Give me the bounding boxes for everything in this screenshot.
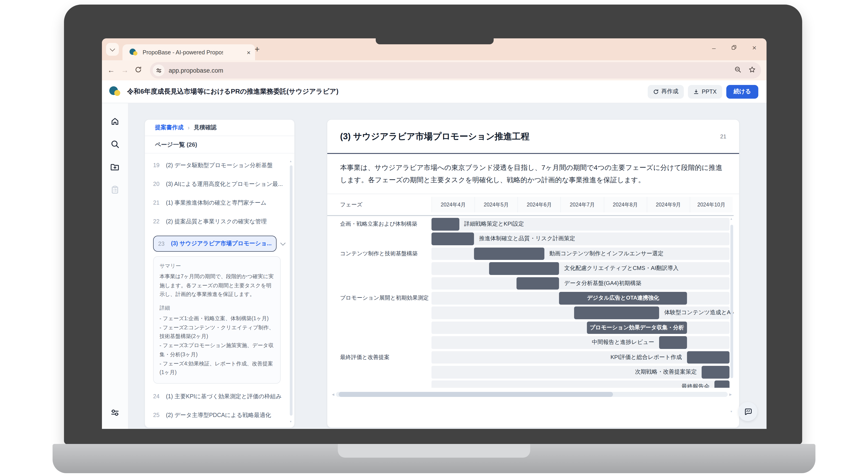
gantt-phase-label: コンテンツ制作と技術基盤構築 (340, 247, 430, 260)
rail-new-folder-button[interactable] (111, 163, 119, 173)
page-item-number: 21 (153, 200, 161, 206)
gantt-bar (702, 366, 730, 378)
scroll-left-icon[interactable]: ◀ (332, 393, 334, 396)
gantt-bar (574, 307, 659, 319)
page-list-item-selected[interactable]: 23(3) サウジアラビア市場プロモーショ... (153, 236, 277, 252)
search-icon (111, 140, 119, 148)
page-list-item[interactable]: 24(1) 主要KPIに基づく効果測定と評価の枠組み (153, 392, 282, 401)
new-tab-button[interactable]: + (255, 44, 259, 54)
gantt-month-row: 2024年4月2024年5月2024年6月2024年7月2024年8月2024年… (432, 197, 733, 212)
page-list-item[interactable]: 23(3) サウジアラビア市場プロモーショ... (153, 236, 282, 252)
sidebar-rail (102, 103, 128, 429)
stage: PropoBase - AI-powered Propos × + – × ← … (0, 0, 868, 475)
pages-scrollbar[interactable]: ▲ ▼ (290, 160, 292, 423)
page-item-number: 20 (153, 181, 161, 187)
close-button[interactable]: × (752, 44, 756, 52)
gantt-bar: デジタル広告とOTA連携強化 (559, 292, 687, 304)
site-settings-icon[interactable] (153, 64, 164, 76)
url-bar[interactable]: app.propobase.com (150, 62, 761, 78)
gantt-task-label: 体験型コンテンツ造成とAIパー (664, 307, 734, 319)
page-item-label: (2) データ主導型PDCAによる戦略最適化 (166, 411, 271, 419)
rail-home-button[interactable] (111, 117, 119, 128)
clipboard-icon (111, 185, 119, 194)
scrollbar-thumb[interactable] (731, 225, 733, 378)
breadcrumb-step1[interactable]: 提案書作成 (155, 124, 184, 132)
bookmark-button[interactable] (749, 66, 755, 75)
minimize-button[interactable]: – (712, 44, 716, 52)
zoom-out-button[interactable] (735, 66, 741, 75)
breadcrumb: 提案書作成 › 見積確認 (145, 120, 294, 136)
page-list-item[interactable]: 20(3) AIによる運用高度化とプロモーション最... (153, 179, 282, 189)
gantt-month-label: 2024年4月 (432, 197, 474, 212)
refresh-icon (653, 89, 659, 94)
page-list-item[interactable]: 22(2) 提案品質と事業リスクの確実な管理 (153, 217, 282, 226)
window-controls: – × (712, 44, 756, 52)
chevron-down-icon[interactable] (281, 240, 285, 247)
slide-page-number: 21 (720, 133, 726, 139)
tab-search-chevron-button[interactable] (106, 43, 119, 56)
gantt-rows: 企画・戦略立案および体制構築詳細戦略策定とKPI設定推進体制確立と品質・リスク計… (327, 216, 734, 388)
rail-search-button[interactable] (111, 140, 119, 150)
gantt-row-track: プロモーション効果データ収集・分析 (432, 321, 730, 334)
page-item-number: 19 (153, 162, 161, 169)
page-item-label: (1) 事業推進体制の確立と専門家チーム (166, 199, 267, 207)
summary-detail-title: 詳細 (159, 304, 274, 313)
scroll-down-icon[interactable]: ▼ (289, 420, 292, 423)
restore-icon (731, 45, 737, 50)
rail-clipboard-button[interactable] (111, 185, 119, 196)
gantt-row-track (432, 233, 730, 245)
url-text: app.propobase.com (169, 67, 223, 74)
scroll-up-icon[interactable]: ▲ (730, 217, 733, 220)
gantt-horizontal-scrollbar[interactable]: ◀ ▶ (332, 392, 732, 397)
regenerate-button[interactable]: 再作成 (648, 85, 684, 98)
feedback-chat-button[interactable] (738, 402, 757, 421)
page-list-item[interactable]: 25(2) データ主導型PDCAによる戦略最適化 (153, 411, 282, 420)
home-icon (111, 117, 119, 126)
sliders-icon (111, 408, 119, 417)
gantt-phase-label: 最終評価と改善提案 (340, 351, 430, 364)
reload-button[interactable] (135, 66, 142, 75)
hscroll-track[interactable] (336, 392, 727, 397)
tune-icon (156, 67, 162, 73)
gantt-vertical-scrollbar[interactable]: ▲ ▼ (731, 217, 733, 413)
browser-tab-active[interactable]: PropoBase - AI-powered Propos × (123, 44, 255, 60)
scroll-down-icon[interactable]: ▼ (730, 410, 733, 413)
page-list: 19(2) データ駆動型プロモーション分析基盤20(3) AIによる運用高度化と… (145, 154, 294, 428)
gantt-bar: プロモーション効果データ収集・分析 (587, 321, 687, 334)
hscroll-thumb[interactable] (339, 392, 613, 397)
app-body: 提案書作成 › 見積確認 ページ一覧 (26) 19(2) データ駆動型プロモー… (102, 103, 767, 429)
page-item-label: (2) 提案品質と事業リスクの確実な管理 (166, 217, 267, 226)
back-button[interactable]: ← (107, 66, 115, 74)
page-list-item[interactable]: 21(1) 事業推進体制の確立と専門家チーム (153, 198, 282, 207)
rail-settings-button[interactable] (111, 408, 119, 419)
scrollbar-thumb[interactable] (290, 165, 292, 416)
page-list-item[interactable]: 19(2) データ駆動型プロモーション分析基盤 (153, 161, 282, 170)
propobase-favicon-icon (130, 48, 137, 57)
slide-paragraph: 本事業は、サウジアラビア市場への東京ブランド浸透を目指し、7ヶ月間の期間で4つの… (327, 154, 739, 194)
gantt-month-label: 2024年9月 (647, 197, 689, 212)
restore-button[interactable] (731, 44, 737, 52)
browser-toolbar: ← → app.propobase.com (102, 60, 767, 80)
page-item-label: (3) サウジアラビア市場プロモーショ... (171, 240, 272, 247)
gantt-month-label: 2024年5月 (474, 197, 518, 212)
gantt-month-label: 2024年7月 (561, 197, 603, 212)
page-item-number: 25 (153, 412, 161, 418)
continue-button[interactable]: 続ける (726, 85, 758, 98)
forward-button[interactable]: → (121, 66, 128, 74)
gantt-row-track (432, 351, 730, 364)
url-bar-actions (735, 66, 755, 75)
gantt-phase-label: プロモーション展開と初期効果測定 (340, 292, 430, 304)
gantt-month-label: 2024年10月 (690, 197, 733, 212)
propobase-app: 令和6年度成長見込市場等におけるPRの推進業務委託(サウジアラビア) 再作成 (102, 80, 767, 429)
gantt-task-label: 最終報告会 (682, 381, 710, 388)
pptx-download-button[interactable]: PPTX (688, 85, 722, 98)
tab-close-icon[interactable]: × (247, 49, 250, 56)
scroll-up-icon[interactable]: ▲ (289, 160, 292, 163)
gantt-bar (432, 218, 459, 230)
gantt-bar (687, 351, 730, 364)
tab-title: PropoBase - AI-powered Propos (143, 49, 223, 56)
page-list-title: ページ一覧 (26) (145, 136, 294, 154)
summary-detail-line: - フェーズ2:コンテンツ・クリエイティブ制作、技術基盤構築(2ヶ月) (159, 323, 274, 341)
download-icon (693, 89, 699, 94)
laptop-trackpad-notch (338, 444, 530, 457)
